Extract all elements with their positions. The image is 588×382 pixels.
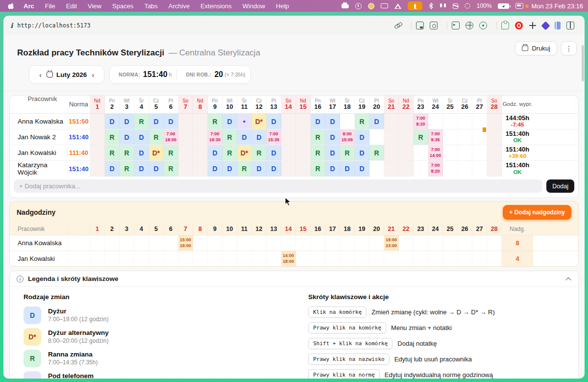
shift-cell[interactable]: D [222, 114, 237, 129]
shift-cell[interactable]: R [120, 161, 134, 177]
shift-cell[interactable]: R [369, 145, 384, 160]
move-tool-icon[interactable] [529, 22, 537, 29]
shift-cell[interactable] [399, 145, 414, 160]
shift-cell[interactable]: R [208, 114, 222, 129]
shift-cell[interactable]: 7:0018:00 [164, 129, 178, 145]
employee-name-cell[interactable]: Jan Kowalski [10, 145, 68, 160]
overtime-cell[interactable] [193, 251, 208, 266]
overtime-cell[interactable] [311, 235, 325, 251]
add-overtime-button[interactable]: + Dodaj nadgodziny [503, 205, 571, 220]
shift-cell[interactable]: R [252, 145, 267, 160]
overtime-cell[interactable] [428, 251, 443, 266]
shift-cell[interactable] [384, 161, 399, 177]
shift-cell[interactable] [193, 161, 208, 177]
shift-cell[interactable] [384, 129, 399, 145]
console-icon[interactable] [452, 22, 460, 29]
shift-cell[interactable]: D [149, 114, 164, 129]
shift-cell[interactable]: R [311, 145, 325, 160]
shift-cell[interactable]: R [237, 161, 252, 177]
overtime-cell[interactable] [237, 251, 252, 266]
shift-cell[interactable]: D [325, 161, 340, 177]
overtime-cell[interactable] [120, 251, 134, 266]
shift-cell[interactable] [472, 161, 487, 177]
shift-cell[interactable] [193, 145, 208, 160]
shift-cell[interactable]: D [369, 114, 384, 129]
menubar-item-spaces[interactable]: Spaces [107, 2, 139, 10]
airpods-icon[interactable] [440, 3, 446, 9]
shift-cell[interactable] [296, 129, 311, 145]
overtime-cell[interactable] [267, 251, 281, 266]
shift-cell[interactable] [443, 161, 458, 177]
menubar-item-edit[interactable]: Edit [61, 2, 82, 10]
shift-cell[interactable]: D [325, 145, 340, 160]
shift-cell[interactable]: D [267, 145, 281, 160]
overtime-cell[interactable] [384, 251, 399, 266]
loading-spinner-icon[interactable] [465, 3, 470, 9]
overtime-cell[interactable] [340, 251, 355, 266]
target-icon[interactable] [479, 22, 487, 29]
overtime-cell[interactable] [164, 235, 178, 251]
shift-cell[interactable] [384, 114, 399, 129]
norma-cell[interactable]: 151:40 [68, 129, 90, 145]
shift-cell[interactable]: R [149, 129, 164, 145]
shift-cell[interactable]: R [311, 129, 325, 145]
shift-cell[interactable] [428, 114, 443, 129]
shift-cell[interactable] [193, 129, 208, 145]
norma-cell[interactable]: 151:40 [68, 161, 90, 177]
shift-cell[interactable] [472, 129, 487, 145]
shift-cell[interactable] [443, 145, 458, 160]
shift-cell[interactable]: D [149, 161, 164, 177]
overtime-cell[interactable] [472, 235, 487, 251]
add-employee-button[interactable]: Dodaj [546, 179, 574, 193]
print-button[interactable]: Drukuj [515, 41, 557, 55]
shift-cell[interactable] [443, 114, 458, 129]
shift-cell[interactable] [399, 114, 414, 129]
overtime-cell[interactable] [237, 235, 252, 251]
shift-cell[interactable]: D [252, 161, 267, 177]
screen-mirroring-icon[interactable] [515, 3, 523, 9]
shift-cell[interactable] [399, 161, 414, 177]
pip-icon[interactable] [416, 22, 424, 29]
overtime-cell[interactable] [267, 235, 281, 251]
overtime-cell[interactable] [90, 235, 105, 251]
shift-cell[interactable] [193, 114, 208, 129]
shift-cell[interactable]: D [267, 161, 281, 177]
shift-cell[interactable]: R [222, 129, 237, 145]
employee-name-cell[interactable]: Anna Kowalska [10, 114, 68, 129]
overtime-cell[interactable] [311, 251, 325, 266]
shift-cell[interactable] [90, 114, 105, 129]
menubar-item-archive[interactable]: Archive [163, 2, 195, 10]
shift-cell[interactable]: R [355, 114, 369, 129]
shift-cell[interactable] [90, 145, 105, 160]
overtime-cell[interactable] [355, 235, 369, 251]
shift-cell[interactable] [458, 114, 472, 129]
site-info-icon[interactable]: i [10, 22, 13, 29]
overtime-cell[interactable] [208, 235, 222, 251]
shift-cell[interactable] [178, 145, 193, 160]
overtime-name-cell[interactable]: Anna Kowalska [10, 235, 68, 251]
shift-cell[interactable] [178, 129, 193, 145]
shift-cell[interactable]: D [355, 161, 369, 177]
overtime-cell[interactable] [487, 235, 502, 251]
overtime-cell[interactable]: 15:0019:00 [178, 235, 193, 251]
shift-cell[interactable] [487, 145, 502, 160]
shift-cell[interactable] [443, 129, 458, 145]
shift-cell[interactable] [90, 161, 105, 177]
overtime-cell[interactable] [399, 235, 414, 251]
shift-cell[interactable] [472, 114, 487, 129]
overtime-cell[interactable] [193, 235, 208, 251]
shift-cell[interactable]: D* [237, 145, 252, 160]
overtime-cell[interactable] [443, 251, 458, 266]
cube-icon[interactable] [453, 3, 458, 9]
prev-month-button[interactable]: ‹ [34, 71, 47, 79]
overtime-cell[interactable] [443, 235, 458, 251]
microphone-active-icon[interactable] [408, 1, 422, 10]
overtime-cell[interactable] [105, 235, 120, 251]
shift-cell[interactable] [281, 129, 296, 145]
shift-cell[interactable]: D [164, 114, 178, 129]
employee-name-cell[interactable]: Katarzyna Wójcik [10, 161, 68, 177]
overtime-cell[interactable] [134, 235, 149, 251]
shift-cell[interactable] [369, 161, 384, 177]
shift-cell[interactable]: D [222, 161, 237, 177]
shift-cell[interactable]: D [208, 145, 222, 160]
